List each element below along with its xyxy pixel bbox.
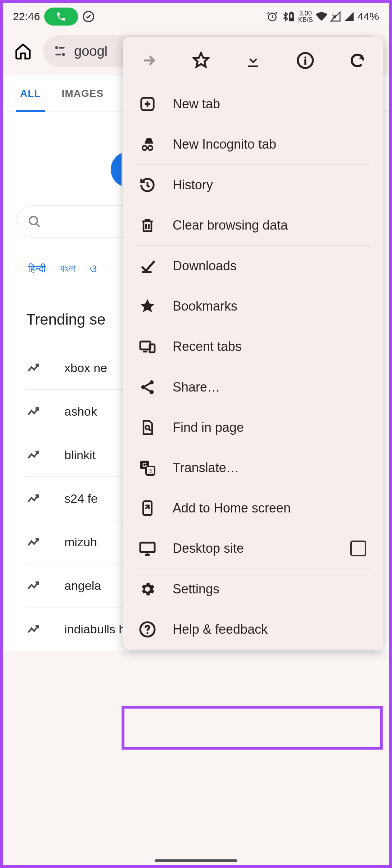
search-icon <box>28 215 41 229</box>
trending-label: ashok <box>64 404 97 419</box>
lang-third[interactable]: ଓ <box>90 263 97 275</box>
svg-rect-15 <box>150 344 155 352</box>
tab-images[interactable]: IMAGES <box>58 76 107 112</box>
menu-label: Bookmarks <box>173 299 237 314</box>
home-button[interactable] <box>10 38 36 64</box>
browser-overflow-menu: New tab New Incognito tab History Clear … <box>123 37 383 650</box>
network-speed: 3.00KB/S <box>298 10 313 23</box>
reload-button[interactable] <box>346 49 369 72</box>
add-home-icon <box>139 499 156 517</box>
svg-text:文: 文 <box>148 468 153 474</box>
svg-rect-25 <box>140 543 155 552</box>
svg-point-18 <box>150 390 154 394</box>
menu-label: Settings <box>173 582 219 597</box>
alarm-icon <box>266 11 278 22</box>
navigation-pill[interactable] <box>155 859 237 862</box>
translate-icon: G文 <box>139 459 156 476</box>
svg-rect-4 <box>290 14 293 18</box>
status-bar: 22:46 3.00KB/S 44% <box>3 3 389 29</box>
menu-label: Recent tabs <box>173 339 242 354</box>
checkmark-circle-icon <box>82 10 95 23</box>
downloads-check-icon <box>139 257 156 275</box>
phone-call-indicator[interactable] <box>44 8 78 26</box>
menu-clear-data[interactable]: Clear browsing data <box>123 205 383 245</box>
incognito-icon <box>139 136 156 153</box>
menu-downloads[interactable]: Downloads <box>123 246 383 286</box>
svg-rect-7 <box>55 54 61 55</box>
url-text: googl <box>74 44 108 59</box>
star-filled-icon <box>139 298 156 315</box>
menu-label: New tab <box>173 96 220 112</box>
trending-icon <box>26 534 42 550</box>
menu-label: Clear browsing data <box>173 218 288 233</box>
trending-icon <box>26 621 42 637</box>
devices-icon <box>139 338 156 355</box>
help-icon <box>139 621 156 638</box>
gear-icon <box>139 580 156 598</box>
menu-settings[interactable]: Settings <box>123 569 383 609</box>
desktop-site-checkbox[interactable] <box>350 541 366 556</box>
status-time: 22:46 <box>13 10 40 23</box>
menu-add-home[interactable]: Add to Home screen <box>123 488 383 528</box>
menu-label: Find in page <box>173 420 244 435</box>
site-settings-icon <box>53 44 67 58</box>
menu-new-tab[interactable]: New tab <box>123 84 383 124</box>
share-icon <box>139 379 156 396</box>
trending-icon <box>26 447 42 463</box>
battery-percent: 44% <box>357 10 379 23</box>
svg-point-9 <box>29 217 37 225</box>
trash-icon <box>139 217 156 234</box>
svg-rect-3 <box>291 12 292 13</box>
menu-share[interactable]: Share… <box>123 367 383 407</box>
download-button[interactable] <box>242 49 265 72</box>
menu-translate[interactable]: G文 Translate… <box>123 448 383 488</box>
svg-point-8 <box>62 53 65 56</box>
menu-help[interactable]: Help & feedback <box>123 609 383 650</box>
menu-label: Downloads <box>173 258 237 273</box>
history-icon <box>139 176 156 194</box>
trending-label: xbox ne <box>64 361 107 375</box>
trending-icon <box>26 578 42 593</box>
menu-label: History <box>173 177 213 193</box>
menu-find-in-page[interactable]: Find in page <box>123 407 383 448</box>
menu-bookmarks[interactable]: Bookmarks <box>123 286 383 326</box>
trending-label: mizuh <box>64 535 97 549</box>
menu-label: Translate… <box>173 460 239 475</box>
svg-text:G: G <box>142 462 147 468</box>
menu-recent-tabs[interactable]: Recent tabs <box>123 326 383 367</box>
bluetooth-battery-icon <box>281 11 295 22</box>
trending-icon <box>26 403 42 419</box>
trending-label: s24 fe <box>64 492 98 506</box>
svg-point-5 <box>55 46 58 49</box>
menu-desktop-site[interactable]: Desktop site <box>123 528 383 569</box>
lang-bangla[interactable]: বাংলা <box>60 263 76 275</box>
menu-label: Help & feedback <box>173 622 268 637</box>
svg-point-13 <box>148 146 152 150</box>
svg-rect-6 <box>59 47 65 49</box>
bookmark-star-button[interactable] <box>190 49 213 72</box>
menu-incognito[interactable]: New Incognito tab <box>123 124 383 164</box>
svg-rect-24 <box>143 501 152 515</box>
forward-button[interactable] <box>137 49 160 72</box>
menu-label: Add to Home screen <box>173 501 291 516</box>
svg-point-12 <box>142 146 147 150</box>
menu-label: Share… <box>173 380 220 395</box>
trending-icon <box>26 490 42 506</box>
menu-history[interactable]: History <box>123 165 383 205</box>
find-in-page-icon <box>139 419 156 436</box>
tab-all[interactable]: ALL <box>17 76 44 112</box>
svg-point-17 <box>141 385 146 389</box>
wifi-icon <box>316 11 327 22</box>
signal-1-icon <box>330 11 341 22</box>
desktop-icon <box>139 540 156 557</box>
signal-2-icon <box>344 11 355 22</box>
trending-label: angela <box>64 579 101 593</box>
new-tab-icon <box>139 95 156 113</box>
lang-hindi[interactable]: हिन्दी <box>28 263 46 275</box>
trending-label: blinkit <box>64 448 96 462</box>
settings-highlight-annotation <box>122 706 383 750</box>
menu-label: Desktop site <box>173 541 244 556</box>
svg-point-16 <box>150 380 154 385</box>
trending-icon <box>26 360 42 376</box>
page-info-button[interactable] <box>294 49 317 72</box>
